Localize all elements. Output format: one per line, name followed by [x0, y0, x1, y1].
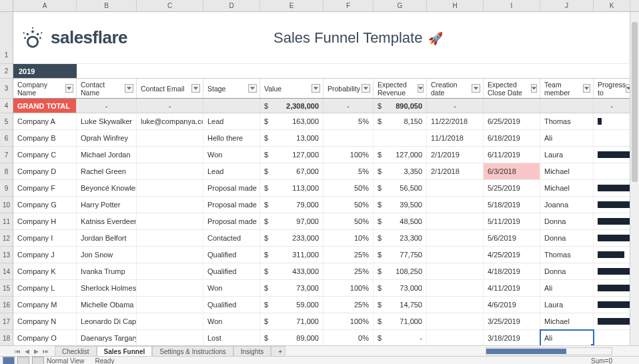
company-cell[interactable]: Company M [13, 297, 77, 313]
probability-cell[interactable]: 10% [324, 230, 374, 246]
expected-close-cell[interactable]: 3/25/2019 [484, 313, 540, 329]
total-cell[interactable]: - [324, 99, 374, 113]
scrollbar-thumb[interactable] [486, 349, 566, 354]
expected-close-cell[interactable]: 4/18/2019 [484, 263, 540, 279]
expected-close-cell[interactable]: 5/6/2019 [484, 230, 540, 246]
team-cell[interactable]: Donna [540, 213, 594, 229]
creation-date-cell[interactable] [427, 280, 484, 296]
stage-cell[interactable]: Proposal made [203, 197, 260, 213]
stage-cell[interactable]: Won [203, 147, 260, 163]
email-cell[interactable] [137, 263, 203, 279]
tab-last-icon[interactable]: ⏭ [41, 347, 49, 355]
company-cell[interactable]: Company O [13, 330, 77, 345]
company-cell[interactable]: Company K [13, 263, 77, 279]
progress-cell[interactable] [594, 180, 630, 196]
total-cell[interactable]: $890,050 [374, 99, 427, 113]
value-cell[interactable]: $67,000 [260, 163, 324, 179]
filter-dropdown-icon[interactable] [65, 84, 73, 93]
email-cell[interactable] [137, 163, 203, 179]
expected-revenue-cell[interactable]: $23,300 [374, 230, 427, 246]
column-header[interactable]: C [137, 0, 203, 11]
company-cell[interactable]: Company N [13, 313, 77, 329]
filter-dropdown-icon[interactable] [248, 84, 257, 93]
total-cell[interactable] [540, 99, 594, 113]
column-header[interactable]: F [324, 0, 374, 11]
total-cell[interactable]: - [594, 99, 630, 113]
header-progress[interactable]: Progress to [594, 79, 630, 98]
probability-cell[interactable]: 100% [324, 313, 374, 329]
team-cell[interactable]: Thomas [540, 247, 594, 263]
stage-cell[interactable]: Qualified [203, 297, 260, 313]
header-stage[interactable]: Stage [203, 79, 260, 98]
value-cell[interactable]: $233,000 [260, 230, 324, 246]
progress-cell[interactable] [594, 197, 630, 213]
progress-cell[interactable] [594, 313, 630, 329]
row-header[interactable]: 6 [0, 130, 13, 147]
stage-cell[interactable]: Lead [203, 113, 260, 129]
progress-cell[interactable] [594, 280, 630, 296]
company-cell[interactable]: Company B [13, 130, 77, 146]
expected-close-cell[interactable]: 5/18/2019 [484, 197, 540, 213]
vertical-scrollbar[interactable] [630, 12, 639, 345]
probability-cell[interactable]: 50% [324, 213, 374, 229]
value-cell[interactable]: $163,000 [260, 113, 324, 129]
creation-date-cell[interactable] [427, 213, 484, 229]
creation-date-cell[interactable] [427, 297, 484, 313]
team-cell[interactable]: Donna [540, 263, 594, 279]
team-cell[interactable]: Ali [540, 330, 594, 345]
row-header[interactable]: 5 [0, 113, 13, 130]
expected-close-cell[interactable]: 4/11/2019 [484, 280, 540, 296]
contact-cell[interactable]: Michael Jordan [77, 147, 137, 163]
company-cell[interactable]: Company L [13, 280, 77, 296]
probability-cell[interactable]: 50% [324, 180, 374, 196]
header-company[interactable]: Company Name [13, 79, 77, 98]
header-creation_date[interactable]: Creation date [427, 79, 484, 98]
sheet-tab[interactable]: Checklist [55, 346, 97, 357]
probability-cell[interactable]: 5% [324, 113, 374, 129]
expected-close-cell[interactable]: 3/18/2019 [484, 330, 540, 345]
header-expected_revenue[interactable]: Expected Revenue [374, 79, 427, 98]
probability-cell[interactable]: 0% [324, 330, 374, 345]
row-header[interactable]: 18 [0, 330, 13, 347]
row-header[interactable]: 4 [0, 99, 13, 113]
tab-next-icon[interactable]: ▶ [32, 347, 40, 355]
progress-cell[interactable] [594, 330, 630, 345]
expected-close-cell[interactable]: 6/11/2019 [484, 147, 540, 163]
value-cell[interactable]: $13,000 [260, 130, 324, 146]
column-header[interactable]: I [484, 0, 540, 11]
stage-cell[interactable]: Won [203, 280, 260, 296]
expected-close-cell[interactable]: 6/25/2019 [484, 113, 540, 129]
value-cell[interactable]: $79,000 [260, 197, 324, 213]
contact-cell[interactable]: Beyoncé Knowles [77, 180, 137, 196]
progress-cell[interactable] [594, 213, 630, 229]
header-value[interactable]: Value [260, 79, 324, 98]
stage-cell[interactable]: Lead [203, 163, 260, 179]
creation-date-cell[interactable]: 2/1/2018 [427, 163, 484, 179]
contact-cell[interactable]: Michelle Obama [77, 297, 137, 313]
row-header[interactable]: 17 [0, 313, 13, 330]
expected-close-cell[interactable]: 5/11/2019 [484, 213, 540, 229]
creation-date-cell[interactable] [427, 230, 484, 246]
email-cell[interactable] [137, 197, 203, 213]
expected-revenue-cell[interactable]: $39,500 [374, 197, 427, 213]
total-cell[interactable]: GRAND TOTAL [13, 99, 77, 113]
email-cell[interactable] [137, 230, 203, 246]
filter-dropdown-icon[interactable] [583, 84, 590, 93]
expected-revenue-cell[interactable]: $56,500 [374, 180, 427, 196]
column-header[interactable]: K [594, 0, 630, 11]
progress-cell[interactable] [594, 163, 630, 179]
total-cell[interactable] [203, 99, 260, 113]
row-header[interactable]: 1 [0, 12, 13, 64]
total-cell[interactable]: $2,308,000 [260, 99, 324, 113]
team-cell[interactable]: Thomas [540, 113, 594, 129]
column-header[interactable]: B [77, 0, 137, 11]
expected-revenue-cell[interactable]: $71,000 [374, 313, 427, 329]
filter-dropdown-icon[interactable] [418, 84, 424, 93]
page-layout-button[interactable] [17, 357, 29, 364]
expected-close-cell[interactable]: 4/25/2019 [484, 247, 540, 263]
probability-cell[interactable] [324, 130, 374, 146]
progress-cell[interactable] [594, 230, 630, 246]
contact-cell[interactable]: Harry Potter [77, 197, 137, 213]
team-cell[interactable]: Laura [540, 297, 594, 313]
creation-date-cell[interactable] [427, 247, 484, 263]
